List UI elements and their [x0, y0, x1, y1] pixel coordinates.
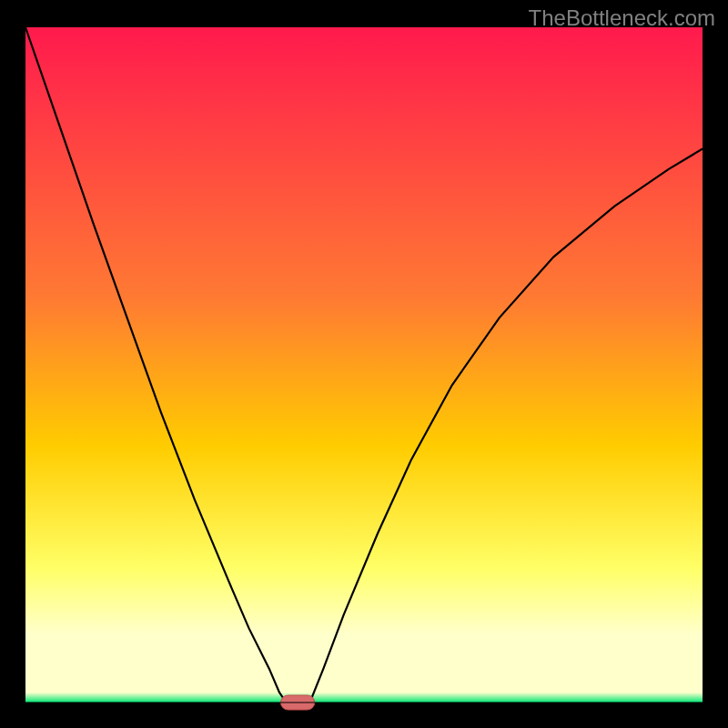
watermark-text: TheBottleneck.com: [529, 5, 715, 31]
bottleneck-chart: [0, 0, 728, 728]
plot-background: [25, 27, 703, 703]
chart-container: TheBottleneck.com: [0, 0, 728, 728]
